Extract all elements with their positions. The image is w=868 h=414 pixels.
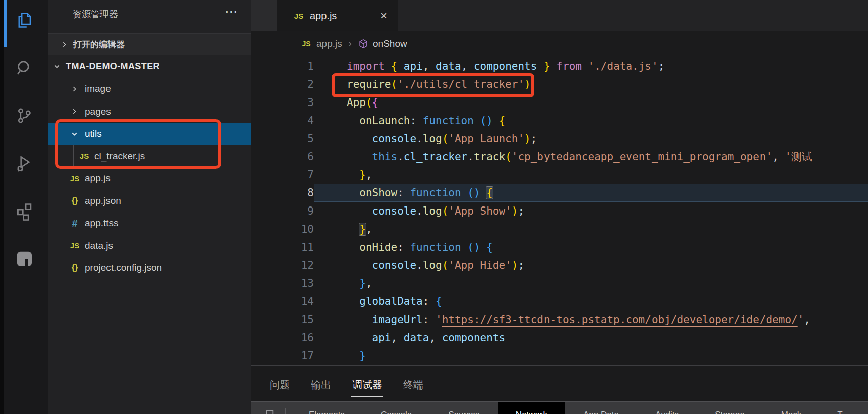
tree-item-label: app.json [85, 195, 121, 206]
breadcrumb: JS app.js › onShow [251, 31, 868, 56]
breadcrumb-file[interactable]: app.js [316, 38, 342, 49]
panel-tab-问题[interactable]: 问题 [269, 376, 291, 394]
package-icon[interactable] [0, 248, 48, 270]
code-line-15[interactable]: 15imageUrl: 'https://sf3-ttcdn-tos.pstat… [251, 310, 868, 329]
line-number: 15 [251, 310, 314, 329]
tree-item-app.json[interactable]: {}app.json [48, 190, 251, 213]
code-line-11[interactable]: 11onHide: function () { [251, 238, 868, 256]
tree-item-pages[interactable]: pages [48, 100, 251, 123]
activity-bar [0, 0, 48, 414]
js-file-icon: JS [68, 174, 82, 183]
line-number: 3 [251, 93, 314, 112]
toolbar-divider [285, 408, 286, 414]
line-number: 16 [251, 329, 314, 347]
code-line-4[interactable]: 4onLaunch: function () { [251, 112, 868, 130]
line-number: 11 [251, 238, 314, 256]
tree-item-data.js[interactable]: JSdata.js [48, 235, 251, 257]
breadcrumb-symbol[interactable]: onShow [373, 38, 407, 49]
tree-item-cl_tracker.js[interactable]: JScl_tracker.js [48, 145, 251, 168]
more-actions-icon[interactable]: ⋯ [225, 4, 239, 20]
tree-item-image[interactable]: image [48, 78, 251, 100]
chevron-down-icon [70, 130, 79, 138]
code-line-17[interactable]: 17} [251, 347, 868, 365]
devtools-tab-storage[interactable]: Storage [697, 402, 763, 414]
line-number: 2 [251, 75, 314, 93]
line-number: 12 [251, 256, 314, 274]
devtools-tab-bar: ElementsConsoleSourcesNetworkApp DataAud… [251, 401, 868, 414]
open-editors-section[interactable]: 打开的编辑器 [48, 33, 251, 55]
tab-bar: JS app.js × [251, 0, 868, 31]
tree-item-app.js[interactable]: JSapp.js [48, 167, 251, 190]
devtools-tab-audits[interactable]: Audits [637, 402, 697, 414]
line-number: 6 [251, 148, 314, 166]
code-line-12[interactable]: 12console.log('App Hide'); [251, 256, 868, 274]
code-line-8[interactable]: 8onShow: function () { [251, 184, 868, 202]
tree-item-app.ttss[interactable]: #app.ttss [48, 212, 251, 235]
devtools-tab-mock[interactable]: Mock [763, 402, 820, 414]
ide-window: 资源管理器 ⋯ 打开的编辑器 TMA-DEMO-MASTER imagepage… [0, 0, 868, 414]
file-tree: imagepagesutilsJScl_tracker.jsJSapp.js{}… [48, 78, 251, 279]
open-editors-label: 打开的编辑器 [73, 39, 125, 50]
tree-item-label: image [85, 83, 111, 94]
code-line-13[interactable]: 13}, [251, 274, 868, 292]
workspace-root-item[interactable]: TMA-DEMO-MASTER [48, 55, 251, 78]
panel-tab-输出[interactable]: 输出 [310, 376, 332, 394]
tab-label: app.js [310, 10, 380, 22]
line-number: 7 [251, 166, 314, 184]
ttss-file-icon: # [68, 218, 82, 229]
panel-tab-调试器[interactable]: 调试器 [351, 376, 383, 394]
js-file-icon: JS [299, 40, 313, 48]
devtools-tab-t[interactable]: T [819, 402, 860, 414]
run-debug-icon[interactable] [0, 152, 48, 174]
panel-tab-终端[interactable]: 终端 [402, 376, 424, 394]
panel-tab-bar: 问题输出调试器终端 [251, 373, 868, 396]
devtools-tab-elements[interactable]: Elements [291, 402, 363, 414]
tree-item-label: cl_tracker.js [94, 151, 145, 162]
devtools-tab-sources[interactable]: Sources [430, 402, 497, 414]
js-file-icon: JS [68, 241, 82, 250]
js-file-icon: JS [292, 12, 306, 20]
workspace-root-label: TMA-DEMO-MASTER [66, 61, 160, 72]
code-lines[interactable]: 1import { api, data, components } from '… [251, 57, 868, 365]
tree-item-label: app.js [85, 173, 111, 184]
close-tab-icon[interactable]: × [380, 10, 387, 22]
tree-item-label: pages [85, 106, 111, 117]
code-line-3[interactable]: 3App({ [251, 93, 868, 112]
extensions-icon[interactable] [0, 200, 48, 222]
line-number: 14 [251, 292, 314, 310]
devtools-tab-console[interactable]: Console [363, 402, 430, 414]
code-line-1[interactable]: 1import { api, data, components } from '… [251, 57, 868, 75]
line-number: 17 [251, 347, 314, 365]
breadcrumb-separator: › [348, 37, 352, 50]
line-number: 9 [251, 202, 314, 220]
code-line-14[interactable]: 14globalData: { [251, 292, 868, 310]
search-icon[interactable] [0, 57, 48, 79]
editor-area: JS app.js × JS app.js › onShow 1import {… [251, 0, 868, 414]
explorer-sidebar: 资源管理器 ⋯ 打开的编辑器 TMA-DEMO-MASTER imagepage… [48, 0, 251, 414]
line-number: 8 [251, 184, 314, 202]
code-line-10[interactable]: 10}, [251, 220, 868, 238]
tree-item-utils[interactable]: utils [48, 123, 251, 145]
tree-item-project.config.json[interactable]: {}project.config.json [48, 257, 251, 279]
tree-indent-guide [73, 145, 74, 168]
code-line-2[interactable]: 2require('./utils/cl_tracker') [251, 75, 868, 93]
explorer-files-icon[interactable] [0, 9, 48, 31]
code-line-5[interactable]: 5console.log('App Launch'); [251, 130, 868, 148]
code-line-6[interactable]: 6this.cl_tracker.track('cp_bytedanceapp_… [251, 148, 868, 166]
chevron-down-icon [53, 62, 61, 71]
devtools-tab-network[interactable]: Network [498, 402, 565, 414]
js-file-icon: JS [77, 152, 91, 160]
line-number: 4 [251, 112, 314, 130]
tab-app-js[interactable]: JS app.js × [277, 0, 398, 31]
json-file-icon: {} [68, 263, 82, 273]
line-number: 10 [251, 220, 314, 238]
line-number: 1 [251, 57, 314, 75]
code-line-16[interactable]: 16api, data, components [251, 329, 868, 347]
devtools-tab-app-data[interactable]: App Data [565, 402, 637, 414]
source-control-icon[interactable] [0, 105, 48, 127]
code-line-9[interactable]: 9console.log('App Show'); [251, 202, 868, 220]
tree-item-label: project.config.json [85, 262, 162, 273]
tree-item-label: data.js [85, 240, 113, 251]
inspect-element-icon[interactable] [264, 408, 277, 414]
code-line-7[interactable]: 7}, [251, 166, 868, 184]
